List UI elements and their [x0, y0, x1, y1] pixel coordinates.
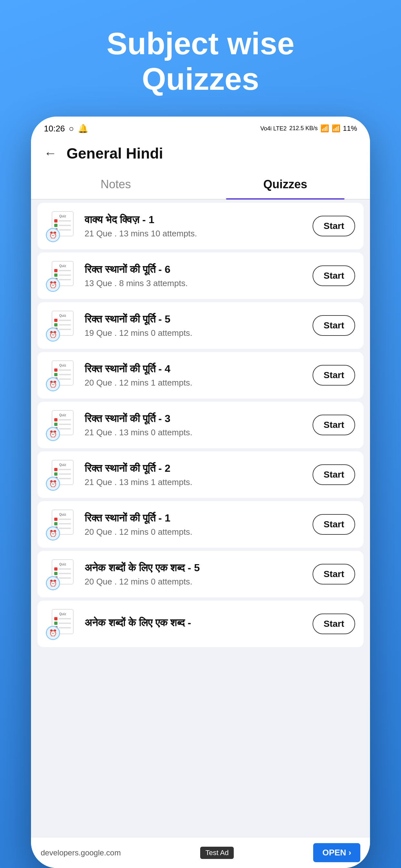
quiz-name: रिक्त स्थानों की पूर्ति - 5: [85, 313, 306, 326]
clock-icon: ⏰: [46, 526, 60, 540]
quiz-name: रिक्त स्थानों की पूर्ति - 6: [85, 263, 306, 276]
status-time: 10:26: [44, 124, 65, 134]
clock-icon: ⏰: [46, 377, 60, 392]
quiz-name: रिक्त स्थानों की पूर्ति - 1: [85, 512, 306, 525]
quiz-icon: Quiz ⏰: [46, 359, 78, 392]
quiz-item: Quiz ⏰ रिक्त स्थानों की पूर्ति - 4 20 Qu…: [37, 352, 364, 399]
quiz-meta: 20 Que . 12 mins 1 attempts.: [85, 378, 306, 388]
quiz-icon: Quiz ⏰: [46, 409, 78, 441]
ad-bar: developers.google.com Test Ad OPEN ›: [31, 837, 370, 868]
ad-label: Test Ad: [200, 847, 234, 859]
clock-icon: ⏰: [46, 476, 60, 491]
start-button[interactable]: Start: [312, 564, 355, 585]
top-bar: ← General Hindi: [31, 137, 370, 170]
quiz-name: अनेक शब्दों के लिए एक शब्द - 5: [85, 561, 306, 575]
quiz-icon: Quiz ⏰: [46, 210, 78, 242]
start-button[interactable]: Start: [312, 614, 355, 634]
quiz-icon: Quiz ⏰: [46, 309, 78, 342]
quiz-item: Quiz ⏰ रिक्त स्थानों की पूर्ति - 1 20 Qu…: [37, 501, 364, 548]
status-speed: 212.5 KB/s: [289, 125, 318, 132]
quiz-info: अनेक शब्दों के लिए एक शब्द - 5 20 Que . …: [85, 561, 306, 587]
quiz-item: Quiz ⏰ रिक्त स्थानों की पूर्ति - 6 13 Qu…: [37, 252, 364, 299]
quiz-icon: Quiz ⏰: [46, 608, 78, 640]
clock-icon: ⏰: [46, 228, 60, 242]
quiz-info: रिक्त स्थानों की पूर्ति - 3 21 Que . 13 …: [85, 412, 306, 438]
quiz-info: रिक्त स्थानों की पूर्ति - 6 13 Que . 8 m…: [85, 263, 306, 288]
quiz-meta: 20 Que . 12 mins 0 attempts.: [85, 527, 306, 537]
status-circle-icon: ○: [69, 124, 74, 134]
quiz-meta: 19 Que . 12 mins 0 attempts.: [85, 328, 306, 338]
start-button[interactable]: Start: [312, 216, 355, 237]
quiz-info: वाक्य भेद क्विज़ - 1 21 Que . 13 mins 10…: [85, 213, 306, 239]
quiz-info: अनेक शब्दों के लिए एक शब्द -: [85, 616, 306, 631]
open-button[interactable]: OPEN ›: [313, 843, 360, 862]
screen-title: General Hindi: [66, 145, 163, 162]
start-button[interactable]: Start: [312, 365, 355, 385]
start-button[interactable]: Start: [312, 414, 355, 435]
status-battery: 11%: [343, 124, 357, 133]
header-line2: Quizzes: [142, 62, 259, 96]
quiz-item: Quiz ⏰ रिक्त स्थानों की पूर्ति - 3 21 Qu…: [37, 402, 364, 448]
ad-domain: developers.google.com: [41, 848, 121, 857]
clock-icon: ⏰: [46, 576, 60, 590]
quiz-info: रिक्त स्थानों की पूर्ति - 5 19 Que . 12 …: [85, 313, 306, 338]
quiz-item: Quiz ⏰ अनेक शब्दों के लिए एक शब्द - 5 20…: [37, 551, 364, 597]
start-button[interactable]: Start: [312, 315, 355, 336]
status-bell-icon: 🔔: [78, 124, 88, 134]
quiz-item: Quiz ⏰ वाक्य भेद क्विज़ - 1 21 Que . 13 …: [37, 203, 364, 249]
tab-quizzes[interactable]: Quizzes: [201, 170, 370, 199]
tab-notes[interactable]: Notes: [31, 170, 201, 199]
quiz-meta: 20 Que . 12 mins 0 attempts.: [85, 577, 306, 587]
back-button[interactable]: ←: [44, 146, 57, 160]
phone-frame: 10:26 ○ 🔔 Vo4i LTE2 212.5 KB/s 📶 📶 11% ←…: [31, 117, 370, 868]
quiz-name: रिक्त स्थानों की पूर्ति - 4: [85, 362, 306, 376]
status-signal-icon: 📶: [332, 124, 340, 133]
clock-icon: ⏰: [46, 278, 60, 292]
tabs-container: Notes Quizzes: [31, 170, 370, 199]
quiz-item: Quiz ⏰ रिक्त स्थानों की पूर्ति - 5 19 Qu…: [37, 302, 364, 349]
quiz-list: Quiz ⏰ वाक्य भेद क्विज़ - 1 21 Que . 13 …: [31, 199, 370, 837]
header-line1: Subject wise: [106, 26, 295, 61]
quiz-item: Quiz ⏰ रिक्त स्थानों की पूर्ति - 2 21 Qu…: [37, 452, 364, 498]
quiz-icon: Quiz ⏰: [46, 508, 78, 540]
start-button[interactable]: Start: [312, 514, 355, 535]
quiz-icon: Quiz ⏰: [46, 259, 78, 292]
clock-icon: ⏰: [46, 427, 60, 441]
quiz-name: वाक्य भेद क्विज़ - 1: [85, 213, 306, 227]
quiz-item: Quiz ⏰ अनेक शब्दों के लिए एक शब्द - Star…: [37, 600, 364, 647]
clock-icon: ⏰: [46, 328, 60, 342]
quiz-meta: 21 Que . 13 mins 10 attempts.: [85, 228, 306, 239]
quiz-info: रिक्त स्थानों की पूर्ति - 1 20 Que . 12 …: [85, 512, 306, 537]
quiz-name: अनेक शब्दों के लिए एक शब्द -: [85, 616, 306, 630]
status-bar: 10:26 ○ 🔔 Vo4i LTE2 212.5 KB/s 📶 📶 11%: [31, 117, 370, 137]
quiz-icon: Quiz ⏰: [46, 558, 78, 590]
status-wifi-icon: 📶: [320, 124, 329, 133]
start-button[interactable]: Start: [312, 266, 355, 286]
quiz-icon: Quiz ⏰: [46, 459, 78, 491]
quiz-meta: 21 Que . 13 mins 0 attempts.: [85, 428, 306, 438]
quiz-info: रिक्त स्थानों की पूर्ति - 4 20 Que . 12 …: [85, 362, 306, 388]
quiz-name: रिक्त स्थानों की पूर्ति - 2: [85, 462, 306, 475]
quiz-meta: 13 Que . 8 mins 3 attempts.: [85, 278, 306, 288]
start-button[interactable]: Start: [312, 464, 355, 485]
quiz-meta: 21 Que . 13 mins 1 attempts.: [85, 477, 306, 487]
status-network: Vo4i LTE2: [260, 125, 287, 132]
clock-icon: ⏰: [46, 626, 60, 640]
quiz-name: रिक्त स्थानों की पूर्ति - 3: [85, 412, 306, 426]
app-header: Subject wise Quizzes: [106, 26, 295, 97]
quiz-info: रिक्त स्थानों की पूर्ति - 2 21 Que . 13 …: [85, 462, 306, 487]
